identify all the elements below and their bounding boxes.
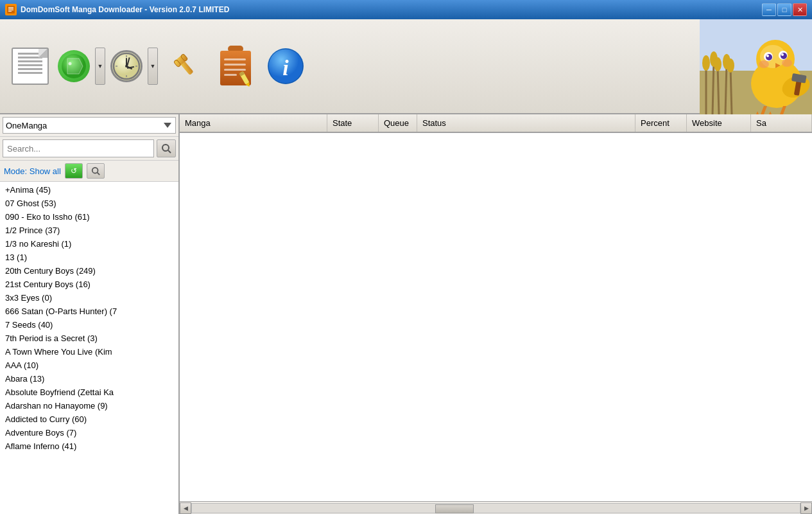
manga-list-item[interactable]: 7th Period is a Secret (3) [0,332,178,345]
manga-list-item[interactable]: A Town Where You Live (Kim [0,345,178,359]
info-icon: i [268,48,304,84]
manga-list-item[interactable]: Adarshan no Hanayome (9) [0,399,178,412]
svg-point-38 [702,55,710,71]
column-header-manga: Manga [180,114,327,132]
manga-list[interactable]: +Anima (45)07 Ghost (53)090 - Eko to Iss… [0,182,178,514]
manga-list-item[interactable]: 3x3 Eyes (0) [0,291,178,305]
svg-point-53 [759,60,769,68]
search-input[interactable] [3,139,154,157]
column-header-sa: Sa [751,114,812,132]
minimize-button[interactable]: ─ [762,3,776,16]
download-button[interactable] [213,44,258,89]
search-bar [0,137,178,161]
wrench-icon [167,48,204,85]
table-body [180,133,812,501]
manga-list-item[interactable]: +Anima (45) [0,183,178,197]
left-panel: OneManga MangaFox MangaReader MangaVolum… [0,114,180,514]
maximize-button[interactable]: □ [777,3,791,16]
manga-list-item[interactable]: Absolute Boyfriend (Zettai Ka [0,386,178,399]
column-header-website: Website [687,114,751,132]
manga-list-item[interactable]: Adventure Boys (7) [0,426,178,439]
svg-rect-21 [224,58,246,60]
title-bar-left: DomDomSoft Manga Downloader - Version 2.… [5,4,229,15]
window-title: DomDomSoft Manga Downloader - Version 2.… [21,5,229,14]
search-icon [161,143,171,154]
scroll-right-button[interactable]: ▶ [800,502,812,514]
schedule-dropdown-button[interactable]: ▼ [148,48,158,85]
svg-rect-4 [8,11,12,12]
main-content: OneManga MangaFox MangaReader MangaVolum… [0,114,812,514]
mode-refresh-button[interactable]: ↺ [65,163,83,179]
clock-icon [110,50,143,82]
schedule-button[interactable] [110,44,143,89]
svg-line-34 [713,61,714,114]
manga-list-item[interactable]: 666 Satan (O-Parts Hunter) (7 [0,305,178,318]
manga-list-item[interactable]: 07 Ghost (53) [0,197,178,210]
svg-text:i: i [282,56,289,80]
column-header-queue: Queue [379,114,417,132]
search-button[interactable] [157,139,176,157]
column-header-percent: Percent [635,114,687,132]
svg-point-51 [781,53,784,56]
manga-list-item[interactable]: Addicted to Curry (60) [0,412,178,426]
svg-rect-23 [224,69,246,71]
svg-point-6 [69,62,72,66]
svg-rect-1 [8,7,13,8]
manga-list-item[interactable]: 20th Century Boys (249) [0,264,178,278]
svg-rect-3 [8,10,13,10]
manga-list-item[interactable]: AAA (10) [0,359,178,372]
column-header-status: Status [417,114,635,132]
svg-point-60 [92,168,98,173]
scroll-track[interactable] [191,503,800,513]
manga-list-item[interactable]: Aflame Inferno (41) [0,439,178,453]
svg-point-48 [766,54,772,60]
manga-list-item[interactable]: 1/2 Prince (37) [0,224,178,237]
refresh-icon: ↺ [71,166,77,175]
manga-list-item[interactable]: 090 - Eko to Issho (61) [0,210,178,224]
title-controls: ─ □ ✕ [762,3,807,16]
mode-label: Mode: Show all [4,166,61,176]
svg-line-37 [730,67,732,114]
mode-bar: Mode: Show all ↺ [0,161,178,182]
tag-dropdown-button[interactable]: ▼ [95,48,105,85]
settings-button[interactable] [163,44,208,89]
manga-list-item[interactable]: 21st Century Boys (16) [0,278,178,291]
svg-rect-22 [224,64,246,66]
mode-search-button[interactable] [87,163,105,179]
notebook-icon [12,48,49,85]
manga-list-item[interactable]: Abara (13) [0,372,178,386]
clipboard-icon [216,44,255,88]
right-panel: Manga State Queue Status Percent Website… [180,114,812,514]
scroll-left-button[interactable]: ◀ [180,502,191,514]
svg-point-40 [714,57,721,71]
toolbar: ▼ ▼ [0,19,812,114]
tag-button[interactable] [58,44,90,89]
svg-line-36 [725,63,727,114]
source-button[interactable] [8,44,53,89]
app-icon [5,4,17,15]
info-button[interactable]: i [263,44,308,89]
svg-point-10 [125,65,128,67]
table-header: Manga State Queue Status Percent Website… [180,114,812,133]
bottom-scrollbar: ◀ ▶ [180,501,812,514]
svg-line-61 [98,173,100,175]
svg-line-59 [168,150,171,153]
scroll-thumb[interactable] [435,504,474,513]
svg-point-58 [162,145,169,151]
svg-line-35 [718,66,719,114]
manga-list-inner: +Anima (45)07 Ghost (53)090 - Eko to Iss… [0,182,178,454]
svg-point-49 [781,53,787,59]
source-select[interactable]: OneManga MangaFox MangaReader MangaVolum… [3,117,176,134]
manga-list-item[interactable]: 13 (1) [0,251,178,264]
svg-point-54 [782,59,792,67]
mascot-image [696,19,812,114]
mode-search-icon [91,166,100,175]
manga-list-item[interactable]: 1/3 no Kareshi (1) [0,237,178,251]
svg-rect-2 [8,8,13,9]
title-bar: DomDomSoft Manga Downloader - Version 2.… [0,0,812,19]
svg-rect-24 [224,74,237,76]
source-bar: OneManga MangaFox MangaReader MangaVolum… [0,114,178,137]
close-button[interactable]: ✕ [793,3,807,16]
svg-point-42 [727,58,734,73]
manga-list-item[interactable]: 7 Seeds (40) [0,318,178,332]
